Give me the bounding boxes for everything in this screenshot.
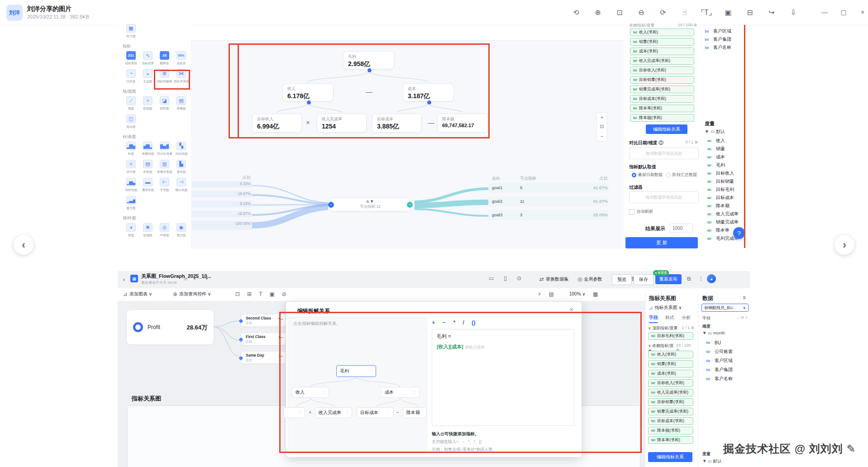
chart-type-item[interactable]: ▁▅▃ 加权柱图	[123, 176, 139, 194]
checkbox-icon[interactable]	[629, 209, 634, 214]
chart-type-item[interactable]: ◎ 环形图	[156, 221, 173, 239]
chart-type-item[interactable]: ❀ 玫瑰图	[139, 221, 156, 239]
add-query-button[interactable]: ⊕ 添加查询控件 ∨	[173, 291, 211, 297]
radio-stage[interactable]: 阶段汇总数据	[666, 172, 697, 178]
maximize-button[interactable]: ▢	[836, 5, 851, 19]
download-icon[interactable]: ⇩	[786, 5, 801, 19]
chart-type-item[interactable]: ▤ 堆叠图	[173, 95, 190, 113]
field-search-row[interactable]: 字段 ⌕ ⟳ +	[702, 315, 748, 321]
tree-node-cost[interactable]: 成本 3.187亿	[403, 83, 454, 101]
metric-pill[interactable]: N# 目标成本(求和)	[648, 417, 693, 425]
flow-node[interactable]: Same Day1.. 占比	[241, 351, 286, 364]
flow-node[interactable]: First Class4.. 占比	[241, 333, 286, 345]
chart-type-item[interactable]: ◉ 旭日图	[173, 221, 190, 239]
drag-handle-icon[interactable]: ∷	[413, 390, 416, 395]
scan-image-icon[interactable]: ▣	[720, 5, 736, 19]
measure-field[interactable]: N# 销量	[707, 145, 739, 153]
zoom-in-icon[interactable]: ⊕	[590, 5, 606, 19]
dimension-field[interactable]: Str 客户集团	[705, 35, 731, 43]
chart-type-item[interactable]: ⊞ 指标拆解树	[156, 67, 173, 86]
radio-icon[interactable]	[632, 173, 636, 177]
image-icon[interactable]: ▣	[269, 291, 274, 297]
metric-pill[interactable]: N# 销量(求和)	[630, 38, 694, 46]
table-row[interactable]: goal3 3 25.00%	[488, 210, 609, 220]
metric-pill[interactable]: N# 目标销量(求和)	[630, 76, 694, 84]
result-count-input[interactable]: 1000	[670, 224, 693, 233]
chart-type-item[interactable]: ∿ 指标趋势	[139, 49, 156, 67]
tree-node-cost-reduction[interactable]: 降本额 69,747,582.17	[437, 114, 488, 133]
drag-handle-icon[interactable]: ∷	[387, 410, 390, 415]
chart-type-item[interactable]: ≈ 双轴图	[139, 95, 156, 113]
chart-type-item[interactable]: ▤ 条形图	[139, 158, 156, 176]
chart-type-item[interactable]: ◫ 组合图	[123, 113, 139, 131]
publish-button[interactable]: 重新发布	[655, 274, 682, 284]
chart-type-item[interactable]: 66% 进度条	[173, 49, 190, 67]
edit-metric-relation-button[interactable]: 编辑指标关系	[646, 124, 687, 134]
header-menu-item[interactable]: ◎ 全局参数	[577, 276, 602, 282]
add-chart-button[interactable]: ⊿ 添加图表 ∨	[123, 291, 152, 297]
chart-type-item[interactable]: ▂▆▄ 柱图	[123, 140, 139, 158]
menu-icon[interactable]: ≡	[743, 295, 746, 301]
tree-node-target-income[interactable]: 目标收入 6.994亿	[252, 114, 302, 133]
metric-pill[interactable]: N# 目标收入(求和)	[630, 67, 694, 74]
drag-handle-icon[interactable]: ∷	[323, 390, 325, 395]
dimension-field[interactable]: Str 客户集团	[706, 365, 733, 374]
dialog-node-target-cost[interactable]: 目标成本 ∷	[357, 407, 394, 418]
metric-pill[interactable]: N# 目标成本(求和)	[630, 95, 694, 103]
chart-type-item[interactable]: ▥ 堆叠条形图	[156, 158, 173, 176]
canvas-zoom-level[interactable]: 100% ∨	[569, 291, 586, 296]
star-icon[interactable]: ☆	[183, 276, 188, 282]
operator-button[interactable]: +	[432, 319, 435, 326]
chart-type-item[interactable]: ▄▆▂ 堆叠柱图	[139, 140, 156, 158]
share-icon[interactable]: ↪	[764, 5, 779, 19]
hand-tool-icon[interactable]: ☝	[677, 5, 692, 19]
measure-field[interactable]: N# 收入	[707, 137, 739, 145]
table-row[interactable]: goal2 11 91.67%	[488, 196, 609, 206]
chart-type-item[interactable]: 指标	[123, 40, 191, 49]
chart-type-item[interactable]: ⊣ 横向条图	[173, 176, 190, 194]
header-menu-item[interactable]: ⇄ 替换数据集	[539, 276, 568, 282]
prev-image-button[interactable]: ‹	[14, 235, 33, 255]
measure-field[interactable]: N# 目标收入	[707, 169, 739, 177]
grid-layout-icon[interactable]: ▦	[593, 291, 598, 297]
chart-type-item[interactable]: ◪ 面积图	[156, 95, 173, 113]
metric-pill[interactable]: N# 目标收入(求和)	[648, 379, 693, 387]
chart-type-item[interactable]: 231 指标看板	[123, 49, 139, 67]
compare-drop-zone[interactable]: 拖动数据字段至此处	[629, 148, 699, 159]
top-metric-section[interactable]: ∨ 顶部指标/度量1 / 1 ⊕	[648, 325, 694, 331]
metric-pill[interactable]: N# 销量(求和)	[648, 360, 693, 368]
measure-folder-row[interactable]: ▼ ▭ 默认	[705, 129, 725, 135]
close-icon[interactable]: ×	[569, 305, 573, 313]
metric-pill[interactable]: N# 成本(求和)	[630, 48, 694, 55]
tree-node-root[interactable]: 毛利 2.958亿	[343, 51, 394, 69]
measure-field[interactable]: N# 毛利	[707, 161, 739, 169]
field-tools-icons[interactable]: ⌕ ⟳ +	[737, 315, 748, 321]
fit-icon[interactable]: ⊡	[600, 124, 604, 129]
operator-button[interactable]: /	[463, 319, 464, 326]
measure-field[interactable]: N# 目标销量	[707, 177, 739, 186]
edit-metric-relation-button[interactable]: 编辑指标关系	[648, 452, 692, 462]
expand-dot[interactable]	[367, 67, 372, 73]
print-icon[interactable]: ⊟	[742, 5, 758, 19]
zoom-out-icon[interactable]: ⊖	[634, 5, 649, 19]
chart-type-selector[interactable]: ⊿ 指标关系图 ∨	[649, 305, 682, 311]
chart-type-item[interactable]: ◕ 饼图	[123, 221, 139, 239]
zoom-out-icon[interactable]: −	[601, 133, 603, 139]
dialog-node-rate[interactable]: 收入完成率 ∷	[315, 407, 352, 418]
metric-pill[interactable]: N# 收入完成率(求和)	[648, 389, 693, 396]
chart-type-item[interactable]: ⟋ 线图	[123, 95, 139, 113]
tree-node-target-cost[interactable]: 目标成本 3.885亿	[372, 114, 422, 133]
radio-latest[interactable]: 最新日期数据	[632, 172, 663, 178]
preview-button[interactable]: 预览	[612, 274, 632, 285]
collapse-right-icon[interactable]: ›	[407, 202, 413, 208]
tab-container-icon[interactable]: ⊞	[247, 291, 252, 297]
dataset-select[interactable]: 创钢航线兄_BU.. ∨	[701, 304, 749, 312]
node-dimension[interactable]: a ▼	[331, 199, 409, 204]
text-icon[interactable]: T	[259, 291, 262, 297]
measure-field[interactable]: N# 成本	[707, 153, 739, 161]
chart-type-item[interactable]: ◒ 水波图	[139, 67, 156, 86]
actual-size-icon[interactable]: ⊡	[612, 5, 627, 19]
dialog-node-income[interactable]: 收入 ∷	[292, 387, 329, 398]
time-folder-row[interactable]: ▼ ▭ month	[702, 330, 725, 335]
metric-pill[interactable]: N# 降本率(求和)	[630, 105, 694, 112]
